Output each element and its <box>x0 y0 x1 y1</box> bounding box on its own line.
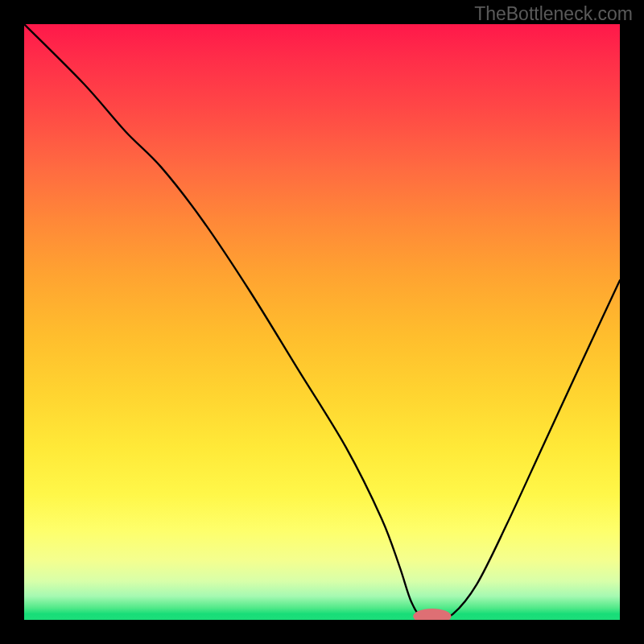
watermark-text: TheBottleneck.com <box>474 3 633 25</box>
bottleneck-curve <box>24 24 620 620</box>
plot-area <box>24 24 620 620</box>
chart-svg <box>24 24 620 620</box>
chart-container: TheBottleneck.com <box>0 0 644 644</box>
optimum-marker <box>413 609 451 620</box>
